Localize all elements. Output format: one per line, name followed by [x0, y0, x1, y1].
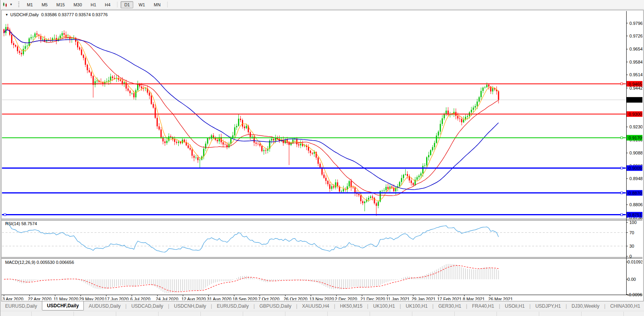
statusbar-divider: [539, 312, 539, 316]
price-tick-label: 0.88060: [629, 202, 642, 207]
chart-tab-uk100-h1[interactable]: UK100,H1: [401, 301, 432, 310]
statusbar-divider: [158, 312, 159, 316]
rsi-tick-label: 30: [629, 244, 634, 248]
chart-tab-usdcad-daily[interactable]: USDCAD,Daily: [127, 301, 168, 310]
date-tick-label: 24 Jul 2020: [156, 297, 178, 300]
rsi-indicator-label: RSI(14) 58.7574: [5, 221, 37, 226]
chart-tab-xauusd-h4[interactable]: XAUUSD,H4: [297, 301, 334, 310]
chart-tab-usdchf-daily[interactable]: USDCHF,Daily: [42, 301, 84, 310]
chart-svg: 0.979600.972600.965400.958400.951400.944…: [2, 10, 642, 300]
period-button-m5[interactable]: M5: [38, 1, 51, 8]
macd-tick-label: 0.010933: [627, 260, 642, 264]
statusbar-divider: [200, 312, 201, 316]
hline-handle[interactable]: [621, 137, 623, 139]
rsi-tick-label: 100: [629, 220, 636, 225]
chart-title: ▼USDCHF,Daily 0.93586 0.93777 0.93574 0.…: [5, 12, 108, 17]
hline-price-label-text: 0.93001: [629, 112, 642, 117]
chart-tab-china300-h1[interactable]: CHINA300,H1: [605, 301, 644, 310]
price-tick-label: 0.90880: [629, 150, 642, 155]
statusbar-divider: [412, 312, 412, 316]
chart-tab-uk100-h1[interactable]: UK100,H1: [368, 301, 400, 310]
date-tick-label: 7 Oct 2020: [258, 297, 280, 300]
period-toolbar: ▼ M1M5M15M30H1H4D1W1MN: [0, 0, 644, 9]
main-price-pane: [2, 24, 626, 216]
candlestick-chart-icon: [2, 2, 8, 8]
date-tick-label: 3 Apr 2020: [2, 297, 23, 300]
rsi-line: [6, 222, 499, 252]
hline-handle[interactable]: [621, 192, 623, 194]
status-bar: [0, 311, 644, 316]
date-tick-label: 2 Dec 2020: [335, 297, 357, 300]
chart-window[interactable]: ▼USDCHF,Daily 0.93586 0.93777 0.93574 0.…: [1, 10, 644, 301]
hline-handle[interactable]: [621, 214, 623, 216]
chart-tab-fra40-h1[interactable]: FRA40,H1: [467, 301, 499, 310]
ma-fast-line[interactable]: [4, 30, 499, 201]
price-axis: 0.979600.972600.965400.958400.951400.944…: [2, 11, 642, 297]
macd-tick-label: 0.00: [627, 277, 636, 282]
hline-price-label-text: 0.87513: [629, 213, 642, 217]
date-tick-label: 12 Aug 2020: [181, 297, 206, 300]
statusbar-divider: [285, 312, 285, 316]
chart-type-button[interactable]: ▼: [0, 2, 14, 8]
period-button-mn[interactable]: MN: [150, 1, 164, 8]
current-price-label-text: 0.93776: [629, 98, 642, 102]
chart-tab-usdjpy-h1[interactable]: USDJPY,H1: [531, 301, 565, 310]
date-tick-label: 17 Feb 2021: [437, 297, 462, 300]
statusbar-divider: [497, 312, 497, 316]
statusbar-divider: [74, 312, 74, 316]
macd-pane: [4, 264, 499, 293]
period-button-h1[interactable]: H1: [87, 1, 100, 8]
ma-medium-line[interactable]: [4, 30, 499, 196]
date-tick-label: 21 Dec 2020: [361, 297, 385, 300]
date-tick-label: 11 Jan 2021: [386, 297, 410, 300]
statusbar-divider: [116, 312, 116, 316]
chart-tab-usoil-h1[interactable]: USOil,H1: [500, 301, 529, 310]
macd-histogram: [4, 264, 499, 293]
toolbar-grip-handle[interactable]: [18, 2, 19, 8]
date-tick-label: 18 Sep 2020: [232, 297, 257, 300]
statusbar-divider: [243, 312, 243, 316]
chart-tab-ger30-h1[interactable]: GER30,H1: [434, 301, 466, 310]
trading-app-window: ▼ M1M5M15M30H1H4D1W1MN ▼USDCHF,Daily 0.9…: [0, 0, 644, 316]
hline-price-label-text: 0.90055: [629, 166, 642, 171]
period-button-m30[interactable]: M30: [70, 1, 85, 8]
macd-tick-label: -0.009653: [627, 292, 642, 297]
price-tick-label: 0.92300: [629, 124, 642, 129]
macd-signal-line: [4, 265, 499, 292]
price-tick-label: 0.95840: [629, 60, 642, 64]
period-buttons: M1M5M15M30H1H4D1W1MN: [23, 1, 170, 8]
hline-handle[interactable]: [4, 214, 6, 216]
period-button-m15[interactable]: M15: [53, 1, 68, 8]
date-tick-label: 26 Oct 2020: [284, 297, 308, 300]
statusbar-divider: [623, 312, 624, 316]
chart-tab-usdcnh-daily[interactable]: USDCNH,Daily: [169, 301, 211, 310]
period-button-w1[interactable]: W1: [135, 1, 149, 8]
date-tick-label: 6 Jul 2020: [130, 297, 151, 300]
hline-price-label-text: 0.94651: [629, 82, 642, 87]
chart-tab-eurusd-daily[interactable]: EURUSD,Daily: [212, 301, 253, 310]
time-axis: 3 Apr 202022 Apr 202011 May 202029 May 2…: [2, 295, 513, 300]
period-button-h4[interactable]: H4: [101, 1, 114, 8]
chart-tab-dj30-weekly[interactable]: DJ30,Weekly: [567, 301, 604, 310]
chart-tab-audusd-daily[interactable]: AUDUSD,Daily: [84, 301, 125, 310]
hline-handle[interactable]: [621, 83, 623, 85]
candlestick-series: [4, 24, 499, 216]
period-button-m1[interactable]: M1: [23, 1, 36, 8]
chart-ohlc-values: 0.93586 0.93777 0.93574 0.93776: [41, 12, 108, 17]
date-tick-label: 17 Jun 2020: [105, 297, 129, 300]
chart-tab-gbpusd-daily[interactable]: GBPUSD,Daily: [255, 301, 296, 310]
hline-price-label-text: 0.88703: [629, 191, 642, 196]
date-tick-label: 8 Mar 2021: [463, 297, 485, 300]
collapse-arrow-icon[interactable]: ▼: [5, 13, 8, 17]
hline-handle[interactable]: [621, 167, 623, 169]
chart-symbol-label: USDCHF,Daily: [10, 12, 39, 17]
price-tick-label: 0.97960: [629, 21, 642, 26]
date-tick-label: 26 Mar 2021: [488, 297, 513, 300]
chart-tab-eurusd-daily[interactable]: EURUSD,Daily: [0, 301, 42, 310]
chart-tab-hk50-m15[interactable]: HK50,M15: [335, 301, 367, 310]
price-tick-label: 0.89480: [629, 176, 642, 181]
statusbar-divider: [327, 312, 328, 316]
toolbar-separator: [117, 2, 117, 8]
statusbar-divider: [581, 312, 582, 316]
period-button-d1[interactable]: D1: [121, 1, 133, 8]
